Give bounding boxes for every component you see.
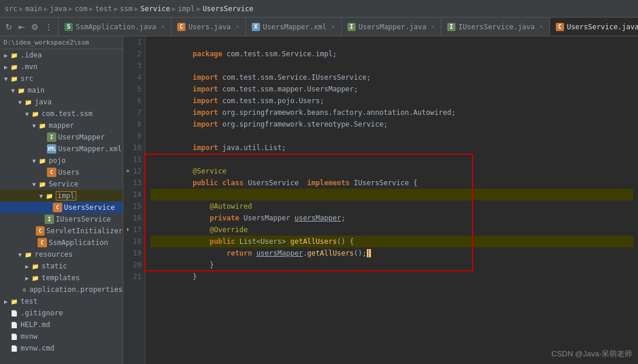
sidebar-item-pojo[interactable]: ▼ 📁 pojo (0, 155, 123, 166)
sidebar-item-service[interactable]: ▼ 📁 Service (0, 178, 123, 190)
tab-label-mapper-xml: UsersMapper.xml (263, 23, 326, 31)
sidebar-label-templates: templates (42, 274, 80, 282)
arrow-impl: ▼ (38, 193, 45, 199)
sidebar-label-mapper: mapper (49, 121, 74, 130)
sidebar-item-usersmapperxml[interactable]: XML UsersMapper.xml (0, 143, 123, 155)
sidebar-label-static: static (42, 262, 67, 270)
sidebar-item-src[interactable]: ▼ 📁 src (0, 73, 123, 84)
sidebar-label-service: Service (49, 180, 79, 188)
breadcrumb-java[interactable]: java (50, 5, 67, 13)
tab-iusers[interactable]: I IUsersService.java × (441, 18, 550, 36)
tab-close-ssm[interactable]: × (161, 23, 165, 30)
file-icon-gitignore: 📄 (9, 308, 19, 318)
sidebar-item-iusersservice[interactable]: I IUsersService (0, 213, 123, 225)
sidebar-item-mvnw[interactable]: 📄 mvnw (0, 331, 123, 342)
interface-icon-usersmapper: I (47, 132, 56, 142)
sidebar-label-comtestssm: com.test.ssm (42, 110, 93, 118)
tab-users[interactable]: C Users.java × (171, 18, 246, 36)
sidebar-item-idea[interactable]: ▶ 📁 .idea (0, 49, 123, 61)
sidebar-label-test: test (21, 297, 38, 305)
sidebar-item-main[interactable]: ▼ 📁 main (0, 84, 123, 96)
sidebar-item-ssmapp[interactable]: C SsmApplication (0, 237, 123, 249)
tab-close-mapper-j[interactable]: × (431, 23, 435, 30)
line-numbers: 1 2 3 4 5 6 7 8 9 10 11 ●12 13 14 15 16 … (123, 36, 146, 364)
class-icon-ssmapp: C (38, 238, 47, 247)
breadcrumb-test[interactable]: test (95, 5, 112, 13)
breadcrumb-ssm[interactable]: ssm (120, 5, 133, 13)
sidebar-item-helpmd[interactable]: 📄 HELP.md (0, 319, 123, 331)
sidebar-label-servletinit: ServletInitializer (46, 227, 123, 235)
sidebar-item-mvn[interactable]: ▶ 📁 .mvn (0, 61, 123, 73)
watermark: CSDN @Java-呆萌老师 (552, 349, 632, 359)
sidebar-label-main: main (28, 86, 45, 94)
sidebar-item-resources[interactable]: ▼ 📁 resources (0, 249, 123, 260)
sidebar-item-templates[interactable]: ▶ 📁 templates (0, 272, 123, 284)
code-line-21 (150, 271, 633, 283)
sidebar-label-usersservice: UsersService (64, 203, 115, 212)
breadcrumb-com[interactable]: com (75, 5, 87, 13)
sidebar-item-static[interactable]: ▶ 📁 static (0, 260, 123, 272)
sidebar-label-resources: resources (35, 250, 73, 258)
code-line-20: } (150, 259, 633, 271)
sidebar-item-comtestssm[interactable]: ▼ 📁 com.test.ssm (0, 108, 123, 120)
folder-icon-service: 📁 (38, 179, 47, 189)
folder-icon-src: 📁 (9, 74, 19, 83)
tab-icon-users: C (177, 23, 185, 31)
folder-icon-test: 📁 (9, 297, 19, 306)
sidebar-item-impl[interactable]: ▼ 📁 impl (0, 190, 123, 202)
xml-icon-usersmapperxml: XML (47, 144, 56, 154)
arrow-service: ▼ (31, 181, 38, 188)
sidebar-item-mapper[interactable]: ▼ 📁 mapper (0, 120, 123, 131)
breadcrumb-src[interactable]: src (5, 5, 18, 13)
more-button[interactable]: ⋮ (43, 21, 55, 33)
folder-icon-comtestssm: 📁 (31, 109, 40, 118)
sidebar-item-appprops[interactable]: ⚙ application.properties (0, 284, 123, 295)
code-content[interactable]: package com.test.ssm.Service.impl; impor… (146, 36, 638, 364)
arrow-mvn: ▶ (2, 64, 9, 70)
breadcrumb-service[interactable]: Service (140, 5, 170, 13)
arrow-mapper: ▼ (31, 123, 38, 129)
sidebar-item-gitignore[interactable]: 📄 .gitignore (0, 307, 123, 319)
tab-close-mapper-xml[interactable]: × (331, 23, 335, 30)
tab-mapper-xml[interactable]: X UsersMapper.xml × (246, 18, 342, 36)
breadcrumb-usersservice[interactable]: UsersService (202, 5, 254, 13)
tab-ssm-app[interactable]: S SsmApplication.java × (59, 18, 171, 36)
arrow-comtestssm: ▼ (23, 111, 31, 117)
sidebar-label-iusersservice: IUsersService (56, 215, 111, 223)
sidebar-item-usersservice[interactable]: C UsersService (0, 202, 123, 213)
breadcrumb-bar: src ▶ main ▶ java ▶ com ▶ test ▶ ssm ▶ S… (0, 0, 638, 18)
editor[interactable]: 1 2 3 4 5 6 7 8 9 10 11 ●12 13 14 15 16 … (123, 36, 638, 364)
folder-icon-java: 📁 (23, 97, 33, 107)
sidebar-item-users[interactable]: C Users (0, 166, 123, 178)
folder-icon-impl: 📁 (45, 191, 54, 200)
tab-mapper-j[interactable]: I UsersMapper.java × (342, 18, 441, 36)
sidebar-item-test[interactable]: ▶ 📁 test (0, 295, 123, 307)
sidebar-label-ssmapp: SsmApplication (49, 239, 108, 247)
arrow-pojo: ▼ (31, 158, 38, 164)
sidebar-item-java[interactable]: ▼ 📁 java (0, 96, 123, 108)
sidebar-label-usersmapper: UsersMapper (58, 133, 104, 141)
tab-close-users[interactable]: × (235, 23, 239, 30)
sidebar-label-pojo: pojo (49, 157, 66, 165)
tab-label-usersvc: UsersService.java (567, 23, 638, 31)
code-line-1: package com.test.ssm.Service.impl; (150, 36, 633, 48)
tab-usersvc[interactable]: C UsersService.java × (550, 18, 638, 36)
sidebar-item-mvnwcmd[interactable]: 📄 mvnw.cmd (0, 342, 123, 354)
breadcrumb-main[interactable]: main (25, 5, 42, 13)
sidebar-label-mvnwcmd: mvnw.cmd (21, 344, 55, 352)
arrow-templates: ▶ (23, 275, 31, 281)
sidebar: D:\idea_workspace2\ssm ▶ 📁 .idea ▶ 📁 .mv… (0, 36, 123, 364)
settings-gear[interactable]: ⚙ (29, 21, 40, 33)
file-icon-mvnw: 📄 (9, 332, 19, 341)
tab-icon-iusers: I (447, 23, 455, 31)
tab-label-users: Users.java (188, 23, 231, 31)
breadcrumb-impl[interactable]: impl (178, 5, 195, 13)
folder-icon-idea: 📁 (9, 50, 19, 60)
tab-close-iusers[interactable]: × (539, 23, 544, 30)
collapse-button[interactable]: ⇤ (16, 21, 27, 33)
tab-label-iusers: IUsersService.java (458, 23, 535, 31)
sidebar-item-servletinit[interactable]: C ServletInitializer (0, 225, 123, 237)
sidebar-label-usersmapperxml: UsersMapper.xml (58, 145, 121, 153)
sync-button[interactable]: ↻ (4, 21, 14, 33)
sidebar-item-usersmapper[interactable]: I UsersMapper (0, 131, 123, 143)
